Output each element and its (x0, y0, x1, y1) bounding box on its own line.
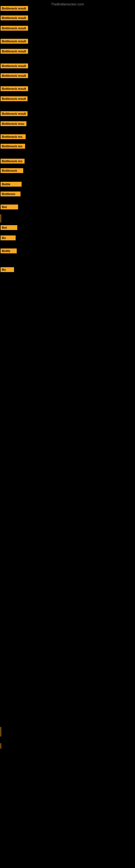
badge-2: Bottleneck result (1, 26, 28, 31)
badge-1: Bottleneck result (1, 16, 28, 20)
badge-12: Bottleneck res (1, 144, 25, 149)
badge-17: Bot (1, 205, 18, 209)
badge-15: Bottle (1, 182, 21, 187)
badge-3: Bottleneck result (1, 39, 28, 44)
vertical-line-1 (1, 727, 1, 737)
badge-19: Bo (1, 236, 16, 240)
badge-9: Bottleneck result (1, 111, 28, 116)
badge-18: Bot (1, 225, 17, 230)
badge-11: Bottleneck res (1, 134, 26, 139)
badge-8: Bottleneck result (1, 96, 28, 101)
site-title: TheBottlenecker.com (0, 2, 135, 6)
badge-16: Bottlenec (1, 191, 20, 196)
badge-4: Bottleneck result (1, 49, 28, 54)
badge-14: Bottleneck (1, 168, 23, 173)
badge-7: Bottleneck result (1, 86, 28, 91)
badge-21: Bo (1, 267, 14, 272)
vertical-line-0 (1, 214, 1, 222)
badge-0: Bottleneck result (1, 6, 28, 11)
badge-20: Bottle (1, 248, 17, 253)
badge-13: Bottleneck res (1, 159, 25, 163)
badge-10: Bottleneck resu (1, 121, 27, 126)
badge-5: Bottleneck result (1, 63, 28, 68)
vertical-line-2 (1, 743, 1, 749)
badge-6: Bottleneck result (1, 73, 28, 78)
